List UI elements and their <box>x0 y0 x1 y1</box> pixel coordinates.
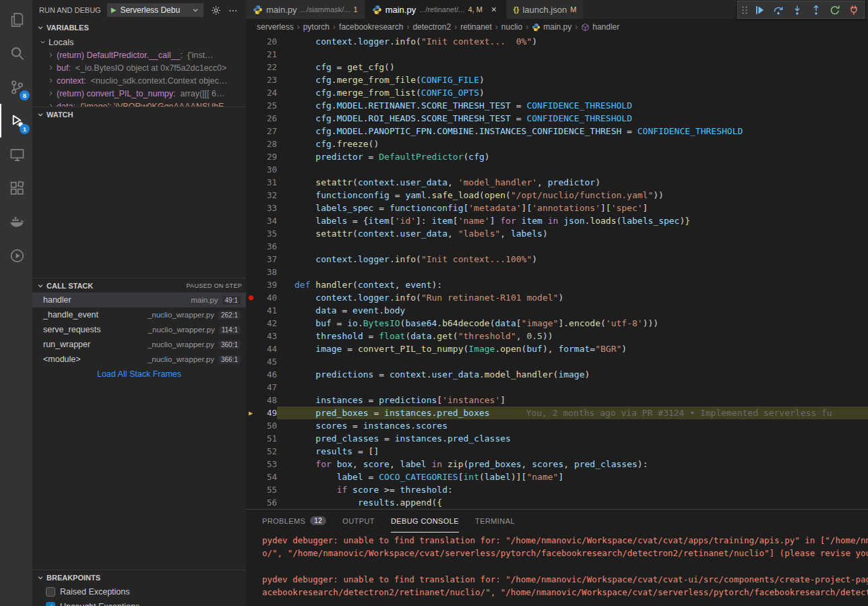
panel-tab-label: TERMINAL <box>475 517 515 525</box>
breakpoints-section-header[interactable]: BREAKPOINTS <box>32 570 246 584</box>
watch-body <box>32 121 246 278</box>
variable-name: data: <box>57 102 75 107</box>
panel-tab-terminal[interactable]: TERMINAL <box>475 510 515 533</box>
checkbox[interactable] <box>46 587 55 597</box>
debug-config-dropdown[interactable]: ▶ Serverless Debu <box>106 3 204 18</box>
line-number: 23 <box>255 73 277 86</box>
breakpoint-label: Raised Exceptions <box>60 587 130 597</box>
activity-search[interactable] <box>0 36 32 70</box>
variables-scope-locals[interactable]: Locals <box>32 35 246 49</box>
restart-button[interactable] <box>827 2 843 18</box>
tab-decoration: 1 <box>354 5 358 13</box>
breadcrumb-item[interactable]: retinanet <box>460 22 492 32</box>
glyph-margin <box>246 445 255 458</box>
breadcrumb-item[interactable]: handler <box>581 22 619 32</box>
code-text: cfg.MODEL.ROI_HEADS.SCORE_THRESH_TEST = … <box>277 112 868 125</box>
breakpoint-row[interactable]: Raised Exceptions <box>32 584 246 599</box>
line-number: 45 <box>255 355 277 368</box>
variable-row[interactable]: (return) DefaultPredictor.__call__:{'ins… <box>32 49 246 61</box>
activity-explorer[interactable] <box>0 3 32 36</box>
docker-icon <box>9 214 25 230</box>
stack-frame[interactable]: <module>_nuclio_wrapper.py366:1 <box>32 352 246 367</box>
tab-launch.json[interactable]: {}launch.jsonM <box>507 0 584 19</box>
step-over-button[interactable] <box>770 2 786 18</box>
activity-run-circle[interactable] <box>0 239 32 272</box>
line-number: 38 <box>255 266 277 278</box>
breadcrumb-separator: › <box>526 22 528 32</box>
chevron-right-icon <box>47 51 55 59</box>
code-line-42: 42 buf = io.BytesIO(base64.b64decode(dat… <box>246 317 868 330</box>
variables-section-header[interactable]: VARIABLES <box>32 20 246 35</box>
activity-run-and-debug[interactable]: 1 <box>0 104 32 138</box>
more-actions-icon[interactable]: ⋯ <box>227 5 239 16</box>
activity-extensions[interactable] <box>0 171 32 205</box>
glyph-margin <box>246 227 255 240</box>
disconnect-button[interactable] <box>846 2 862 18</box>
code-line-38: 38 <box>246 266 868 278</box>
code-line-50: 50 scores = instances.scores <box>246 419 868 432</box>
code-area[interactable]: 20 context.logger.info("Init context... … <box>246 35 868 509</box>
activity-source-control[interactable]: 8 <box>0 70 32 104</box>
variable-row[interactable]: data:{'image': 'iVBORw0KGgoAAAANSUhE… <box>32 100 246 107</box>
line-number: 29 <box>255 150 277 163</box>
breadcrumb-item[interactable]: nuclio <box>501 22 522 32</box>
step-out-button[interactable] <box>808 2 824 18</box>
glyph-margin <box>246 150 255 163</box>
breadcrumb-item[interactable]: detectron2 <box>412 22 451 32</box>
code-line-46: 46 predictions = context.user_data.model… <box>246 368 868 381</box>
debug-console-output[interactable]: pydev debugger: unable to find translati… <box>246 533 868 599</box>
code-line-51: 51 pred_classes = instances.pred_classes <box>246 432 868 445</box>
code-line-48: 48 instances = predictions['instances'] <box>246 394 868 406</box>
panel-tab-output[interactable]: OUTPUT <box>342 510 375 533</box>
panel-tab-debug-console[interactable]: DEBUG CONSOLE <box>391 510 459 533</box>
start-debug-icon[interactable]: ▶ <box>111 7 117 13</box>
stack-frame[interactable]: serve_requests_nuclio_wrapper.py114:1 <box>32 322 246 337</box>
variable-row[interactable]: (return) convert_PIL_to_numpy:array([[[ … <box>32 87 246 100</box>
continue-button[interactable] <box>751 2 768 18</box>
breadcrumb-item[interactable]: serverless <box>257 22 294 32</box>
stack-frame[interactable]: handlermain.py49:1 <box>32 293 246 307</box>
step-into-button[interactable] <box>789 2 805 18</box>
breadcrumb-item[interactable]: facebookresearch <box>339 22 403 32</box>
variable-value: <nuclio_sdk.context.Context objec… <box>91 76 228 86</box>
line-number: 49 <box>255 406 277 419</box>
code-line-34: 34 labels = {item['id']: item['name'] fo… <box>246 214 868 227</box>
breadcrumb-label: facebookresearch <box>339 22 403 32</box>
code-line-26: 26 cfg.MODEL.ROI_HEADS.SCORE_THRESH_TEST… <box>246 112 868 125</box>
close-icon[interactable]: × <box>489 4 499 15</box>
checkbox[interactable]: ✓ <box>46 602 55 606</box>
code-text: results.append({ <box>277 496 868 509</box>
panel-tab-problems[interactable]: PROBLEMS12 <box>262 510 326 533</box>
glyph-margin <box>246 342 255 355</box>
code-line-29: 29 predictor = DefaultPredictor(cfg) <box>246 150 868 163</box>
breadcrumb-item[interactable]: main.py <box>532 22 571 32</box>
drag-handle[interactable] <box>740 2 749 18</box>
glyph-margin <box>246 99 255 112</box>
line-number: 54 <box>255 471 277 483</box>
stack-frame[interactable]: run_wrapper_nuclio_wrapper.py360:1 <box>32 337 246 352</box>
load-all-stack-frames-link[interactable]: Load All Stack Frames <box>32 367 246 382</box>
stack-frame[interactable]: _handle_event_nuclio_wrapper.py262:1 <box>32 307 246 322</box>
breakpoint-row[interactable]: ✓Uncaught Exceptions <box>32 599 246 606</box>
line-number: 36 <box>255 240 277 253</box>
activity-docker[interactable] <box>0 205 32 239</box>
breadcrumb-item[interactable]: pytorch <box>303 22 330 32</box>
line-number: 51 <box>255 432 277 445</box>
call-stack-section-header[interactable]: CALL STACK PAUSED ON STEP <box>32 278 246 293</box>
glyph-margin <box>246 112 255 125</box>
variable-row[interactable]: context:<nuclio_sdk.context.Context obje… <box>32 74 246 87</box>
activity-remote-explorer[interactable] <box>0 138 32 171</box>
watch-section-header[interactable]: WATCH <box>32 107 246 121</box>
code-text: cfg.merge_from_file(CONFIG_FILE) <box>277 73 868 86</box>
breadcrumb-label: main.py <box>543 22 571 32</box>
breakpoints-list: Raised Exceptions✓Uncaught Exceptions <box>32 584 246 606</box>
glyph-margin <box>246 471 255 483</box>
tab-main.py[interactable]: main.py.../retinanet/...4, M× <box>365 0 507 19</box>
variable-row[interactable]: buf:<_io.BytesIO object at 0x7f5a2dc1ecc… <box>32 61 246 74</box>
breakpoint-icon[interactable]: ● <box>246 291 255 304</box>
tab-main.py[interactable]: main.py.../siammask/...1 <box>246 0 365 19</box>
tab-title: main.py <box>385 5 416 15</box>
code-text: for box, score, label in zip(pred_boxes,… <box>277 458 868 471</box>
gear-icon[interactable] <box>210 5 222 16</box>
breadcrumb-separator: › <box>406 22 409 32</box>
